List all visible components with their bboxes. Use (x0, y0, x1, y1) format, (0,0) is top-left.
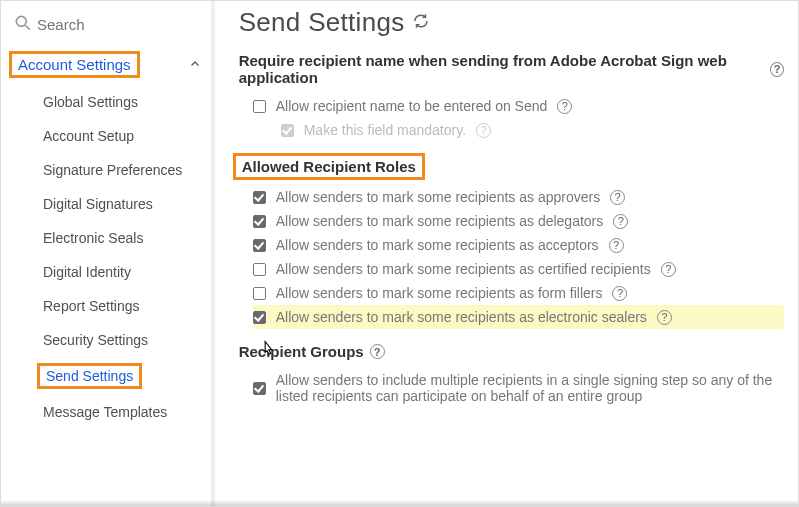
option-allow-name-entered[interactable]: Allow recipient name to be entered on Se… (253, 94, 784, 118)
help-icon[interactable]: ? (370, 344, 385, 359)
svg-line-1 (26, 26, 30, 30)
help-icon[interactable]: ? (612, 286, 627, 301)
role-label: Allow senders to mark some recipients as… (276, 309, 647, 325)
sidebar-item-signature-preferences[interactable]: Signature Preferences (7, 153, 211, 187)
option-recipient-groups[interactable]: Allow senders to include multiple recipi… (253, 368, 784, 408)
refresh-icon[interactable] (412, 12, 430, 33)
section-title-roles: Allowed Recipient Roles (239, 156, 784, 177)
sidebar-item-report-settings[interactable]: Report Settings (7, 289, 211, 323)
search-icon (13, 13, 33, 36)
role-label: Allow senders to mark some recipients as… (276, 189, 600, 205)
main-panel: Send Settings Require recipient name whe… (215, 1, 798, 506)
section-title-groups: Recipient Groups ? (239, 343, 784, 360)
checkbox-role-0[interactable] (253, 191, 266, 204)
section-title-require-name: Require recipient name when sending from… (239, 52, 784, 86)
sidebar-item-global-settings[interactable]: Global Settings (7, 85, 211, 119)
chevron-up-icon (189, 56, 201, 73)
section-recipient-roles: Allowed Recipient Roles Allow senders to… (239, 156, 784, 329)
checkbox-role-3[interactable] (253, 263, 266, 276)
option-mandatory: Make this field mandatory. ? (281, 118, 784, 142)
sidebar-item-account-setup[interactable]: Account Setup (7, 119, 211, 153)
section-recipient-groups: Recipient Groups ? Allow senders to incl… (239, 343, 784, 408)
sidebar-item-digital-signatures[interactable]: Digital Signatures (7, 187, 211, 221)
search-row (7, 7, 211, 44)
option-role-4[interactable]: Allow senders to mark some recipients as… (253, 281, 784, 305)
section-require-recipient-name: Require recipient name when sending from… (239, 52, 784, 142)
sidebar-item-electronic-seals[interactable]: Electronic Seals (7, 221, 211, 255)
checkbox-role-4[interactable] (253, 287, 266, 300)
nav-section-account-settings[interactable]: Account Settings (7, 44, 211, 85)
role-label: Allow senders to mark some recipients as… (276, 285, 603, 301)
help-icon[interactable]: ? (613, 214, 628, 229)
help-icon[interactable]: ? (610, 190, 625, 205)
sidebar-item-security-settings[interactable]: Security Settings (7, 323, 211, 357)
role-label: Allow senders to mark some recipients as… (276, 237, 599, 253)
sidebar-item-digital-identity[interactable]: Digital Identity (7, 255, 211, 289)
checkbox-role-2[interactable] (253, 239, 266, 252)
option-role-2[interactable]: Allow senders to mark some recipients as… (253, 233, 784, 257)
svg-point-0 (16, 16, 26, 26)
checkbox-mandatory (281, 124, 294, 137)
role-label: Allow senders to mark some recipients as… (276, 213, 604, 229)
search-input[interactable] (33, 14, 153, 35)
page-title: Send Settings (239, 7, 405, 38)
sidebar: Account Settings Global Settings Account… (1, 1, 211, 506)
help-icon[interactable]: ? (609, 238, 624, 253)
help-icon[interactable]: ? (770, 62, 784, 77)
help-icon: ? (476, 123, 491, 138)
help-icon[interactable]: ? (657, 310, 672, 325)
page-title-row: Send Settings (239, 7, 784, 38)
option-role-1[interactable]: Allow senders to mark some recipients as… (253, 209, 784, 233)
sidebar-item-message-templates[interactable]: Message Templates (7, 395, 211, 429)
checkbox-role-1[interactable] (253, 215, 266, 228)
checkbox-role-5[interactable] (253, 311, 266, 324)
option-role-5[interactable]: Allow senders to mark some recipients as… (253, 305, 784, 329)
checkbox-allow-name[interactable] (253, 100, 266, 113)
checkbox-recipient-groups[interactable] (253, 382, 266, 395)
help-icon[interactable]: ? (557, 99, 572, 114)
sidebar-item-send-settings[interactable]: Send Settings (7, 357, 211, 395)
role-label: Allow senders to mark some recipients as… (276, 261, 651, 277)
nav-sub-list: Global Settings Account Setup Signature … (7, 85, 211, 429)
help-icon[interactable]: ? (661, 262, 676, 277)
option-role-0[interactable]: Allow senders to mark some recipients as… (253, 185, 784, 209)
option-role-3[interactable]: Allow senders to mark some recipients as… (253, 257, 784, 281)
account-settings-label: Account Settings (9, 51, 140, 78)
